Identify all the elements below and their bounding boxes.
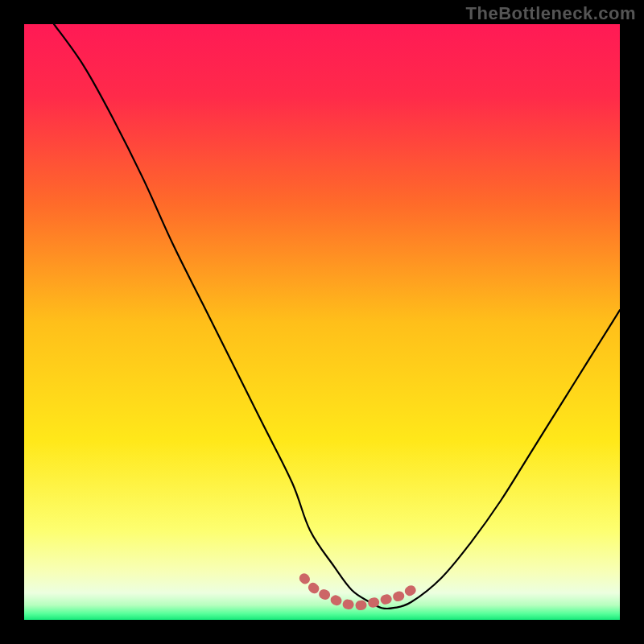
plot-area xyxy=(24,24,620,620)
curve-layer xyxy=(24,24,620,620)
chart-frame: TheBottleneck.com xyxy=(0,0,644,644)
watermark-text: TheBottleneck.com xyxy=(466,3,636,24)
bottleneck-curve xyxy=(54,24,620,609)
optimal-band-dots xyxy=(304,578,411,605)
